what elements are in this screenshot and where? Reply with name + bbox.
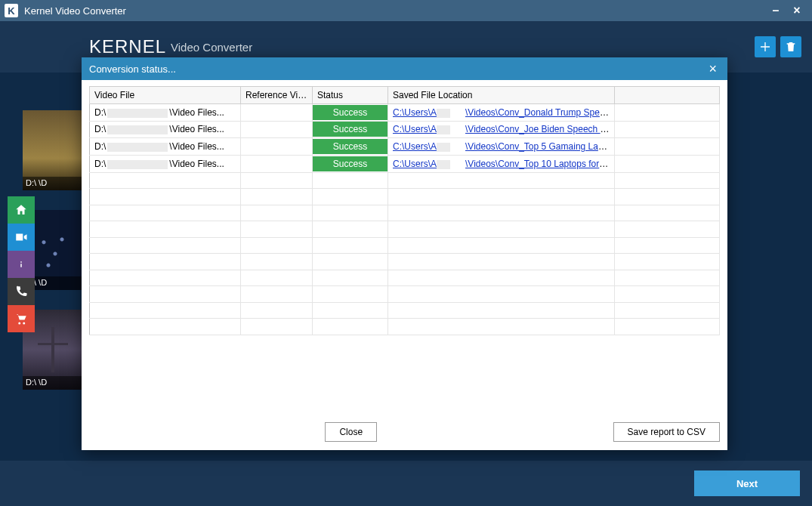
col-header-location[interactable]: Saved File Location — [388, 87, 615, 104]
cell-video-file: D:\\Video Files... — [90, 138, 241, 156]
cell-location: C:\Users\A\Videos\Conv_Joe Biden Speech … — [388, 121, 615, 138]
table-row-empty — [90, 254, 720, 270]
info-icon — [14, 258, 28, 271]
saved-file-link[interactable]: C:\Users\A — [393, 159, 437, 169]
footer-bar: Next — [0, 461, 812, 506]
save-report-button[interactable]: Save report to CSV — [613, 422, 720, 442]
brand-subtitle: Video Converter — [171, 41, 252, 54]
cell-extra — [615, 104, 720, 122]
cell-reference — [241, 104, 313, 122]
minimize-button[interactable]: – — [765, 3, 786, 18]
app-logo-icon: K — [5, 4, 18, 17]
next-button[interactable]: Next — [694, 471, 800, 496]
table-header-row: Video File Reference Video... Status Sav… — [90, 87, 720, 104]
cell-location: C:\Users\A\Videos\Conv_Top 10 Laptops fo… — [388, 155, 615, 172]
saved-file-link[interactable]: \Videos\Conv_Top 5 Gamaing Laptops u... — [465, 141, 614, 152]
cell-status: Success — [313, 121, 388, 138]
saved-file-link[interactable]: C:\Users\A — [393, 141, 437, 152]
cell-reference — [241, 155, 313, 172]
table-row-empty — [90, 270, 720, 286]
thumbnail-caption: D:\ \D — [23, 376, 83, 390]
close-button[interactable]: Close — [325, 422, 377, 442]
close-window-button[interactable]: × — [786, 3, 807, 18]
cell-status: Success — [313, 138, 388, 156]
side-home-button[interactable] — [8, 196, 35, 224]
cell-video-file: D:\\Video Files... — [90, 121, 241, 138]
cart-icon — [14, 312, 28, 326]
trash-icon — [785, 41, 797, 53]
saved-file-link[interactable]: C:\Users\A — [393, 124, 437, 134]
table-row-empty — [90, 205, 720, 221]
cell-reference — [241, 121, 313, 138]
phone-icon — [14, 285, 28, 298]
conversion-status-dialog: Conversion status... × Video File Refere… — [82, 57, 727, 450]
table-row[interactable]: D:\\Video Files...SuccessC:\Users\A\Vide… — [90, 104, 720, 122]
cell-extra — [615, 155, 720, 172]
status-table: Video File Reference Video... Status Sav… — [89, 86, 720, 335]
cell-reference — [241, 138, 313, 156]
table-row-empty — [90, 302, 720, 319]
col-header-status[interactable]: Status — [313, 87, 388, 104]
dialog-footer: Close Save report to CSV — [82, 414, 727, 450]
thumbnail-caption: D:\ \D — [23, 177, 83, 190]
table-row[interactable]: D:\\Video Files...SuccessC:\Users\A\Vide… — [90, 121, 720, 138]
cell-video-file: D:\\Video Files... — [90, 104, 241, 122]
saved-file-link[interactable]: C:\Users\A — [393, 107, 437, 118]
dialog-titlebar: Conversion status... × — [82, 57, 727, 80]
cell-location: C:\Users\A\Videos\Conv_Top 5 Gamaing Lap… — [388, 138, 615, 156]
table-row[interactable]: D:\\Video Files...SuccessC:\Users\A\Vide… — [90, 155, 720, 172]
titlebar: K Kernel Video Converter – × — [0, 0, 812, 21]
saved-file-link[interactable]: \Videos\Conv_Joe Biden Speech after vi..… — [465, 124, 614, 134]
side-info-button[interactable] — [8, 251, 35, 278]
col-header-video[interactable]: Video File — [90, 87, 241, 104]
brand-name: KERNEL — [89, 36, 166, 57]
side-cart-button[interactable] — [8, 305, 35, 332]
table-row-empty — [90, 237, 720, 254]
saved-file-link[interactable]: \Videos\Conv_Top 10 Laptops for Progra..… — [465, 159, 614, 169]
delete-button[interactable] — [780, 36, 801, 57]
video-icon — [14, 230, 28, 244]
cell-status: Success — [313, 104, 388, 122]
table-row-empty — [90, 286, 720, 303]
table-row-empty — [90, 189, 720, 205]
cell-location: C:\Users\A\Videos\Conv_Donald Trump Spee… — [388, 104, 615, 122]
side-video-button[interactable] — [8, 224, 35, 251]
side-icon-bar — [8, 196, 35, 332]
cell-video-file: D:\\Video Files... — [90, 155, 241, 172]
table-row-empty — [90, 319, 720, 335]
col-header-reference[interactable]: Reference Video... — [241, 87, 313, 104]
dialog-close-button[interactable]: × — [705, 61, 720, 77]
col-header-extra[interactable] — [615, 87, 720, 104]
cell-status: Success — [313, 155, 388, 172]
cell-extra — [615, 121, 720, 138]
window-title: Kernel Video Converter — [24, 5, 765, 17]
plus-icon — [759, 41, 771, 53]
add-file-button[interactable] — [755, 36, 776, 57]
saved-file-link[interactable]: \Videos\Conv_Donald Trump Speech on ... — [465, 107, 614, 118]
table-row[interactable]: D:\\Video Files...SuccessC:\Users\A\Vide… — [90, 138, 720, 156]
dialog-title: Conversion status... — [89, 63, 176, 75]
cell-extra — [615, 138, 720, 156]
video-thumbnail[interactable]: D:\ \D — [23, 110, 83, 190]
table-row-empty — [90, 172, 720, 189]
side-phone-button[interactable] — [8, 278, 35, 305]
table-row-empty — [90, 221, 720, 238]
home-icon — [14, 203, 28, 217]
